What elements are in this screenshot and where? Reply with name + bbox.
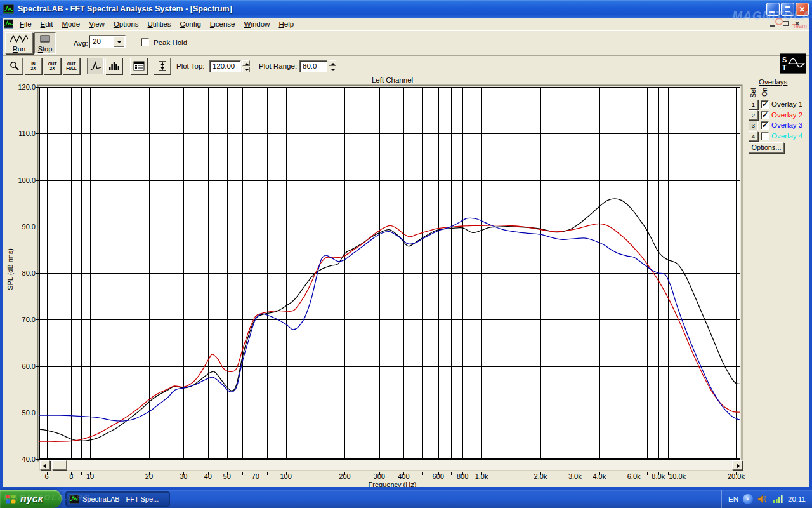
spin-up-icon [331, 63, 335, 65]
bar-view-button[interactable] [105, 58, 122, 74]
stop-button[interactable]: Stop [34, 32, 56, 54]
overlay-on-checkbox-4[interactable] [761, 132, 769, 140]
menu-bar: FileEditModeViewOptionsUtilitiesConfigLi… [3, 18, 809, 30]
avg-combobox[interactable]: 20 [89, 35, 126, 48]
taskbar-app-icon [69, 494, 79, 504]
minimize-icon [769, 11, 775, 13]
overlay-on-checkbox-3[interactable]: ✓ [761, 121, 769, 130]
overlay-on-checkbox-1[interactable]: ✓ [761, 100, 769, 109]
stop-icon [39, 34, 51, 43]
spectrum-view-button[interactable] [87, 58, 104, 74]
plot-top-input[interactable]: 120.00 [209, 60, 241, 72]
zoom-button[interactable] [6, 58, 23, 74]
menu-items: FileEditModeViewOptionsUtilitiesConfigLi… [15, 19, 298, 29]
y-tick-label: 40.0 [9, 455, 36, 463]
y-tick-label: 100.0 [9, 177, 36, 184]
mdi-child-icon [4, 19, 13, 29]
taskbar-item-spectralab[interactable]: SpectraLAB - FFT Spe... [65, 491, 170, 507]
spectrum-chart [3, 75, 809, 490]
overlay-set-button-1[interactable]: 1 [749, 100, 758, 109]
x-tick-label: 50 [213, 472, 242, 480]
avg-dropdown-button[interactable] [114, 36, 124, 47]
x-tick-label: 200 [330, 472, 359, 480]
menu-item-file[interactable]: File [15, 19, 36, 29]
overlay-options-button[interactable]: Options... [749, 142, 784, 153]
mdi-restore-button[interactable] [782, 20, 790, 28]
windows-logo-icon [5, 493, 16, 505]
plot-range-tool-button[interactable] [154, 58, 171, 74]
plot-range-value: 80.0 [303, 62, 317, 70]
scroll-right-button[interactable] [732, 460, 742, 470]
window-border-left [0, 18, 3, 488]
overlay-set-button-4[interactable]: 4 [749, 131, 758, 141]
plot-top-spin-down[interactable] [242, 67, 250, 72]
speaker-icon[interactable] [757, 494, 768, 504]
options-dialog-button[interactable] [130, 58, 147, 74]
x-tick-label: 1.0k [467, 472, 496, 480]
run-waveform-icon [10, 34, 29, 43]
window-border-right [809, 18, 812, 488]
peak-hold-label: Peak Hold [154, 39, 187, 46]
spectrum-plot-panel: Left Channel SPL (dB rms) Frequency (Hz)… [3, 75, 809, 490]
title-bar: SpectraLAB - FFT Spectral Analysis Syste… [0, 0, 812, 18]
overlays-on-column-label: On [761, 88, 768, 97]
network-signal-icon[interactable] [773, 494, 783, 504]
menu-item-utilities[interactable]: Utilities [143, 19, 176, 29]
plot-top-spin-up[interactable] [242, 60, 250, 66]
overlay-set-button-3[interactable]: 3 [749, 121, 758, 130]
bar-chart-icon [108, 61, 120, 71]
overlays-panel: Overlays Set On 1✓Overlay 12✓Overlay 23✓… [747, 75, 809, 488]
mdi-minimize-button[interactable] [769, 20, 778, 28]
tray-collapse-button[interactable]: ‹ [743, 494, 753, 504]
x-tick-label: 2.0k [526, 472, 555, 480]
input-2x-button[interactable]: IN 2X [25, 58, 42, 74]
taskbar-item-label: SpectraLAB - FFT Spe... [82, 495, 159, 503]
chevron-down-icon [117, 41, 121, 43]
output-2x-label-top: OUT [48, 62, 57, 66]
overlay-on-checkbox-2[interactable]: ✓ [761, 111, 769, 119]
st-logo-icon: S T [780, 54, 806, 73]
clock[interactable]: 20:11 [788, 495, 806, 503]
plot-range-spin-down[interactable] [329, 67, 336, 72]
plot-top-label: Plot Top: [176, 62, 205, 70]
scrollbar-thumb[interactable] [52, 460, 67, 470]
output-2x-button[interactable]: OUT 2X [44, 58, 61, 74]
x-tick-label: 4.0k [585, 472, 614, 480]
start-button[interactable]: пуск [0, 490, 62, 508]
menu-item-window[interactable]: Window [240, 19, 275, 29]
maximize-button[interactable] [781, 3, 794, 16]
menu-item-edit[interactable]: Edit [36, 19, 58, 29]
y-tick-label: 80.0 [9, 269, 36, 277]
menu-item-options[interactable]: Options [109, 19, 143, 29]
plot-range-spin-up[interactable] [329, 60, 336, 66]
mdi-restore-icon [783, 21, 789, 26]
plot-range-input[interactable]: 80.0 [299, 60, 327, 72]
overlay-set-button-2[interactable]: 2 [749, 110, 758, 120]
stop-button-label: Stop [35, 45, 55, 53]
svg-text:S: S [782, 56, 787, 64]
dialog-window-icon [133, 61, 145, 71]
plot-horizontal-scrollbar[interactable] [39, 460, 743, 471]
menu-item-license[interactable]: License [206, 19, 240, 29]
menu-item-help[interactable]: Help [274, 19, 298, 29]
peak-hold-checkbox[interactable] [141, 38, 149, 46]
run-button[interactable]: Run [5, 32, 33, 54]
mdi-close-button[interactable]: ✕ [794, 20, 803, 28]
menu-item-mode[interactable]: Mode [57, 19, 84, 29]
close-button[interactable]: ✕ [796, 3, 809, 16]
overlays-set-column-label: Set [749, 88, 757, 98]
language-indicator[interactable]: EN [728, 495, 738, 503]
input-2x-label-top: IN [31, 62, 36, 66]
output-full-label-top: OUT [67, 62, 76, 66]
minimize-button[interactable] [766, 3, 780, 16]
x-tick-label: 20 [134, 472, 164, 480]
output-full-button[interactable]: OUT FULL [63, 58, 80, 74]
scroll-left-button[interactable] [40, 460, 50, 470]
scroll-left-icon [43, 464, 46, 469]
close-icon: ✕ [796, 4, 808, 15]
mdi-minimize-icon [770, 25, 775, 27]
menu-item-view[interactable]: View [84, 19, 109, 29]
y-tick-label: 60.0 [9, 363, 36, 370]
menu-item-config[interactable]: Config [176, 19, 206, 29]
y-tick-label: 90.0 [9, 223, 36, 231]
